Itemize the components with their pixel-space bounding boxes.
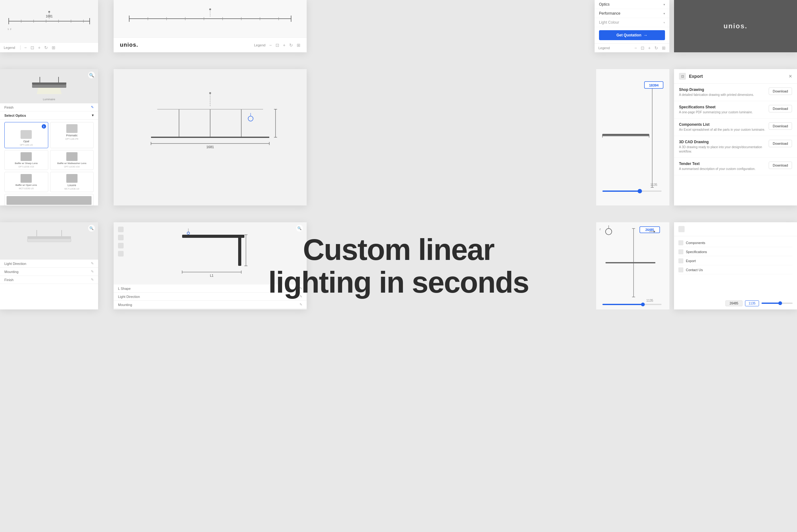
louvre-desc: MCT-U2OE-U3 xyxy=(64,188,79,190)
optic-louvre[interactable]: Louvre MCT-U2OE-U3 xyxy=(50,172,94,192)
bc-mounting-label: Mounting xyxy=(118,303,132,307)
col-separator-1 xyxy=(98,0,114,532)
bl-light-dir-edit[interactable]: ✎ xyxy=(91,262,94,266)
select-optics-header: Select Optics ▾ xyxy=(0,111,98,119)
rotate-icon[interactable]: ↻ xyxy=(44,45,48,50)
top-center-drawing xyxy=(114,0,307,37)
optics-dropdown-caret[interactable]: ▾ xyxy=(92,113,94,117)
louvre-name: Louvre xyxy=(68,184,76,187)
svg-text:1135: 1135 xyxy=(646,299,653,302)
opal-name: Opal xyxy=(23,140,29,143)
svg-rect-82 xyxy=(606,262,656,263)
bl-fixture-svg xyxy=(24,230,74,252)
unios-dark-logo: unios. xyxy=(723,22,747,30)
tr-grid[interactable]: ⊞ xyxy=(662,45,666,51)
svg-rect-61 xyxy=(27,239,71,242)
tr-minus[interactable]: − xyxy=(634,45,637,51)
bl-mounting-edit[interactable]: ✎ xyxy=(91,270,94,273)
svg-text:1135: 1135 xyxy=(650,183,658,187)
light-colour-caret: ▾ xyxy=(663,21,665,24)
optic-baffle-ww[interactable]: Baffle w/ Wallwasher Lens OFT-U2OE-V16 xyxy=(50,150,94,170)
tc-zoom-fit[interactable]: ⊡ xyxy=(276,43,279,48)
honeycomb-preview xyxy=(6,196,92,205)
shop-drawing-desc: A detailed fabrication drawing with prin… xyxy=(679,93,766,97)
svg-marker-31 xyxy=(37,88,62,94)
middle-right-card: ⊡ Export × Shop Drawing A detailed fabri… xyxy=(674,69,797,206)
bc-zoom-btn[interactable]: 🔍 xyxy=(296,225,303,232)
cad-title: 3D CAD Drawing xyxy=(679,140,766,144)
br-export-item[interactable]: Export xyxy=(678,257,793,265)
export-title: Export xyxy=(689,74,789,79)
tc-zoom-minus[interactable]: − xyxy=(269,43,272,48)
finish-edit[interactable]: ✎ xyxy=(91,105,94,109)
bc-mounting-edit[interactable]: ✎ xyxy=(300,303,302,307)
svg-rect-65 xyxy=(182,235,244,238)
zoom-fit[interactable]: ⊡ xyxy=(31,45,34,50)
export-nav-icon xyxy=(678,259,683,263)
fixture-svg xyxy=(31,77,68,96)
get-quotation-button[interactable]: Get Quotation → xyxy=(599,30,665,40)
br-header xyxy=(674,222,797,236)
row-separator-2 xyxy=(0,206,797,222)
optics-caret: ▾ xyxy=(663,3,665,6)
prismatic-preview xyxy=(66,124,77,133)
components-download[interactable]: Download xyxy=(769,122,792,130)
optic-baffle-sharp[interactable]: Baffle w/ Sharp Lens OFT-U2OE-V15 xyxy=(4,150,48,170)
svg-point-89 xyxy=(606,228,612,235)
grid-icon[interactable]: ⊞ xyxy=(52,45,55,50)
optic-opal[interactable]: 1 Opal OPT-U2E-U3 xyxy=(4,122,48,148)
br-value1[interactable]: 26485 xyxy=(725,300,742,306)
top-far-right-dark-card: unios. xyxy=(674,0,797,52)
optics-grid: 1 Opal OPT-U2E-U3 Prismatic OPT-U2E-PR B… xyxy=(0,119,98,206)
hero-title-line2: lighting in seconds xyxy=(268,266,529,299)
optic-prismatic[interactable]: Prismatic OPT-U2E-PR xyxy=(50,122,94,148)
export-nav-label: Export xyxy=(686,259,696,263)
svg-text:L1: L1 xyxy=(210,274,213,277)
br-components-item[interactable]: Components xyxy=(678,239,793,247)
optic-honeycomb[interactable]: Honeycomb MCT-U2OE-U3 xyxy=(4,194,94,206)
bl-zoom-btn[interactable]: 🔍 xyxy=(88,225,95,232)
tc-zoom-plus[interactable]: + xyxy=(283,43,285,48)
tr-rotate[interactable]: ↻ xyxy=(654,45,658,51)
tender-download[interactable]: Download xyxy=(769,162,792,169)
br-specifications-item[interactable]: Specifications xyxy=(678,248,793,256)
performance-dropdown[interactable]: Performance ▾ xyxy=(595,9,669,18)
light-colour-dropdown[interactable]: Light Colour ▾ xyxy=(595,18,669,27)
bottom-right-card: Components Specifications Export Contact… xyxy=(674,222,797,309)
bl-finish-row: Finish ✎ xyxy=(0,276,98,284)
tr-plus[interactable]: + xyxy=(648,45,651,51)
bc-mounting-row: Mounting ✎ xyxy=(114,301,307,309)
baffle-opal-name: Baffle w/ Opal Lens xyxy=(16,184,37,187)
quotation-arrow-icon: → xyxy=(643,33,648,38)
zoom-minus[interactable]: − xyxy=(24,45,27,50)
specs-sheet-download[interactable]: Download xyxy=(769,105,792,112)
cad-desc: A 3D drawing ready to place into your de… xyxy=(679,145,766,154)
tc-grid[interactable]: ⊞ xyxy=(297,43,300,48)
br-contact-item[interactable]: Contact Us xyxy=(678,266,793,274)
svg-rect-54 xyxy=(603,134,649,136)
bc-icon-2 xyxy=(118,235,124,240)
selected-badge: 1 xyxy=(42,124,46,129)
bl-light-direction-row: Light Direction ✎ xyxy=(0,260,98,268)
export-close-button[interactable]: × xyxy=(789,73,792,80)
zoom-plus[interactable]: + xyxy=(38,45,40,50)
tr-toolbar: Legend − ⊡ + ↻ ⊞ xyxy=(595,43,669,52)
bl-finish-edit[interactable]: ✎ xyxy=(91,278,94,282)
optics-dropdown[interactable]: Optics ▾ xyxy=(595,0,669,9)
br-value2[interactable]: 1135 xyxy=(745,300,759,306)
legend-label-center: Legend xyxy=(254,43,266,47)
opal-desc: OPT-U2E-U3 xyxy=(20,144,33,146)
tc-rotate[interactable]: ↻ xyxy=(289,43,293,48)
zoom-btn[interactable]: 🔍 xyxy=(88,72,95,78)
optic-baffle-opal[interactable]: Baffle w/ Opal Lens MCT-U2OE-U3 xyxy=(4,172,48,192)
row-separator-1 xyxy=(0,52,797,69)
shop-drawing-download[interactable]: Download xyxy=(769,88,792,95)
tr-fit[interactable]: ⊡ xyxy=(641,45,644,51)
svg-point-26 xyxy=(209,8,211,10)
cad-download[interactable]: Download xyxy=(769,140,792,147)
tr-legend: Legend xyxy=(599,46,610,50)
prismatic-name: Prismatic xyxy=(66,134,77,137)
svg-point-45 xyxy=(209,92,211,94)
specifications-label: Specifications xyxy=(686,250,707,254)
middle-left-card: Luminaire 🔍 Finish ✎ Select Optics ▾ 1 O… xyxy=(0,69,98,206)
